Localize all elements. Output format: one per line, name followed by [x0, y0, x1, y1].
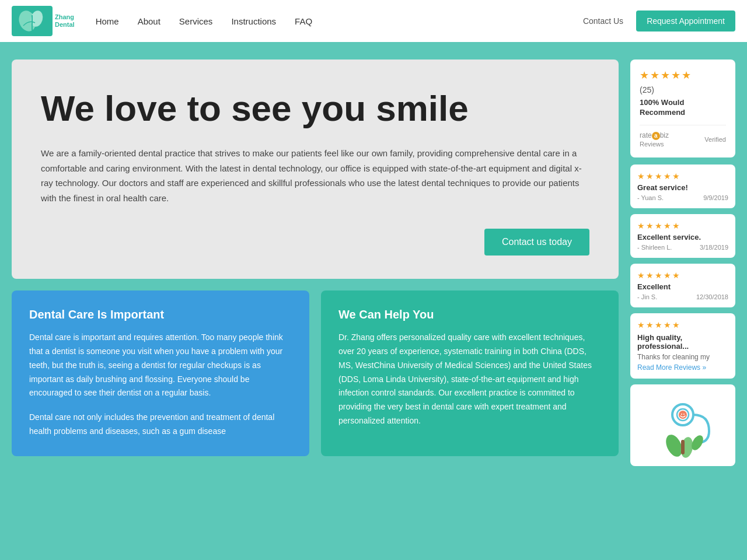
- reviews-widget: ★ ★ ★ ★ ★ (25) 100% Would Recommend rate…: [630, 60, 735, 158]
- logo-image: [12, 6, 53, 36]
- bottom-cards: Dental Care Is Important Dental care is …: [12, 290, 619, 456]
- help-you-card: We Can Help You Dr. Zhang offers persona…: [321, 290, 619, 456]
- svg-point-6: [681, 414, 682, 415]
- dental-care-card: Dental Care Is Important Dental care is …: [12, 290, 309, 456]
- request-appointment-button[interactable]: Request Appointment: [636, 10, 735, 32]
- main-area: We love to see you smile We are a family…: [0, 42, 747, 478]
- contact-us-link[interactable]: Contact Us: [575, 16, 631, 26]
- contact-today-button[interactable]: Contact us today: [484, 229, 589, 256]
- hero-description: We are a family-oriented dental practice…: [41, 146, 589, 205]
- review-2-meta: - Shirleen L. 3/18/2019: [637, 244, 728, 251]
- review-1-author: - Yuan S.: [637, 194, 664, 201]
- svg-point-5: [679, 411, 687, 419]
- review-4-snippet: Thanks for cleaning my: [637, 353, 728, 361]
- svg-point-7: [683, 414, 685, 415]
- star-4: ★: [671, 69, 680, 82]
- star-3: ★: [661, 69, 670, 82]
- content-left: We love to see you smile We are a family…: [12, 60, 619, 466]
- ratebiz-a: a: [652, 132, 660, 140]
- dental-care-body: Dental care is important and requires at…: [29, 331, 292, 400]
- review-count: (25): [640, 85, 726, 94]
- review-3-meta: - Jin S. 12/30/2018: [637, 293, 728, 300]
- nav-link-home[interactable]: Home: [86, 0, 128, 42]
- review-1-title: Great service!: [637, 183, 728, 192]
- recommend-text: 100% Would Recommend: [640, 98, 726, 118]
- star-5: ★: [682, 69, 691, 82]
- hero-title: We love to see you smile: [41, 89, 589, 128]
- star-1: ★: [640, 69, 649, 82]
- logo[interactable]: Zhang Dental: [12, 6, 75, 36]
- ratebiz-logo: rateabiz Reviews: [640, 131, 669, 148]
- review-2-title: Excellent service.: [637, 233, 728, 242]
- sidebar: ★ ★ ★ ★ ★ (25) 100% Would Recommend rate…: [630, 60, 735, 466]
- nav-link-about[interactable]: About: [128, 0, 170, 42]
- review-item-4: ★ ★ ★ ★ ★ High quality, professional... …: [630, 313, 735, 379]
- review-4-title: High quality, professional...: [637, 333, 728, 351]
- review-2-stars: ★ ★ ★ ★ ★: [637, 221, 728, 230]
- nav-right: Contact Us Request Appointment: [575, 10, 735, 32]
- star-2: ★: [650, 69, 659, 82]
- nav-links: Home About Services Instructions FAQ: [86, 0, 322, 42]
- review-item-3: ★ ★ ★ ★ ★ Excellent - Jin S. 12/30/2018: [630, 264, 735, 307]
- nav-link-services[interactable]: Services: [170, 0, 222, 42]
- read-more-reviews-link[interactable]: Read More Reviews »: [637, 363, 728, 372]
- navbar: Zhang Dental Home About Services Instruc…: [0, 0, 747, 42]
- review-1-date: 9/9/2019: [703, 194, 728, 201]
- logo-text: Zhang Dental: [55, 13, 75, 29]
- dental-care-body2: Dental care not only includes the preven…: [29, 411, 292, 439]
- nav-link-instructions[interactable]: Instructions: [222, 0, 285, 42]
- nav-link-faq[interactable]: FAQ: [285, 0, 322, 42]
- help-you-body: Dr. Zhang offers personalized quality ca…: [338, 331, 601, 428]
- review-3-author: - Jin S.: [637, 293, 657, 300]
- hero-card: We love to see you smile We are a family…: [12, 60, 619, 279]
- reviews-word: Reviews: [640, 141, 664, 148]
- review-1-stars: ★ ★ ★ ★ ★: [637, 172, 728, 181]
- svg-rect-11: [681, 440, 685, 454]
- nav-left: Zhang Dental Home About Services Instruc…: [12, 0, 322, 42]
- review-3-title: Excellent: [637, 282, 728, 291]
- help-you-title: We Can Help You: [338, 308, 601, 321]
- review-item-2: ★ ★ ★ ★ ★ Excellent service. - Shirleen …: [630, 214, 735, 258]
- review-4-stars: ★ ★ ★ ★ ★: [637, 320, 728, 330]
- review-3-date: 12/30/2018: [696, 293, 728, 300]
- logo-widget: [630, 384, 735, 466]
- dental-care-title: Dental Care Is Important: [29, 308, 292, 321]
- review-3-stars: ★ ★ ★ ★ ★: [637, 271, 728, 280]
- review-1-meta: - Yuan S. 9/9/2019: [637, 194, 728, 201]
- verified-badge: Verified: [704, 136, 726, 143]
- main-stars-row: ★ ★ ★ ★ ★: [640, 69, 726, 82]
- review-item-1: ★ ★ ★ ★ ★ Great service! - Yuan S. 9/9/2…: [630, 164, 735, 208]
- ratebiz-row: rateabiz Reviews Verified: [640, 125, 726, 148]
- review-2-date: 3/18/2019: [700, 244, 728, 251]
- review-2-author: - Shirleen L.: [637, 244, 672, 251]
